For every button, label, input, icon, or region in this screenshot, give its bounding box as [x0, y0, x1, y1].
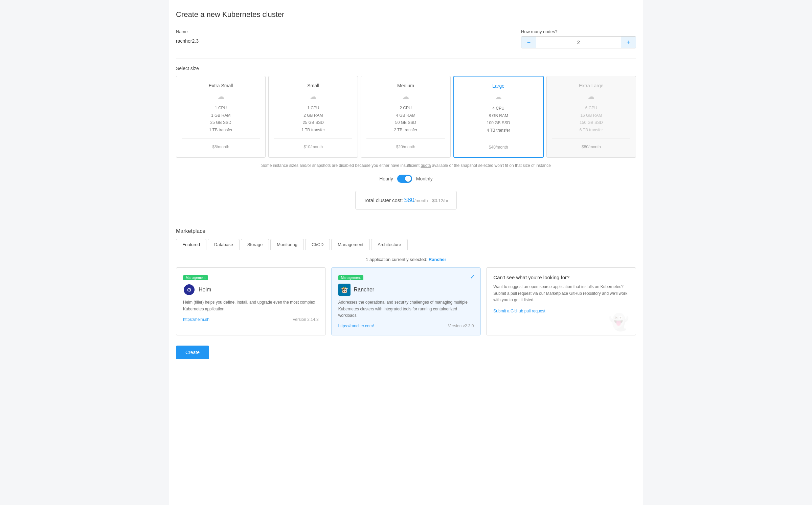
- helm-header: ⚙ Helm: [183, 284, 319, 296]
- size-section: Select size Extra Small ☁ 1 CPU 1 GB RAM…: [176, 66, 636, 220]
- helm-badge: Management: [183, 275, 208, 280]
- nodes-plus-button[interactable]: +: [621, 36, 636, 48]
- app-card-helm[interactable]: Management ⚙ Helm Helm (tiller) helps yo…: [176, 267, 326, 335]
- nodes-control: − 2 +: [521, 36, 636, 48]
- rancher-desc: Addresses the operational and security c…: [338, 299, 474, 319]
- cost-hourly: $0.12/hr: [432, 198, 448, 203]
- size-title-lg: Large: [459, 83, 538, 89]
- size-specs-lg: 4 CPU 8 GB RAM 100 GB SSD 4 TB transfer: [459, 105, 538, 134]
- cloud-icon-xl: ☁: [552, 92, 630, 101]
- size-card-lg[interactable]: Large ☁ 4 CPU 8 GB RAM 100 GB SSD 4 TB t…: [453, 76, 544, 158]
- cost-wrapper: Total cluster cost: $80/month $0.12/hr: [176, 191, 636, 220]
- size-price-sm: $10/month: [274, 142, 352, 150]
- helm-link[interactable]: https://helm.sh: [183, 317, 209, 322]
- cantfind-desc: Want to suggest an open source applicati…: [493, 284, 629, 303]
- cantfind-title: Can't see what you're looking for?: [493, 275, 629, 280]
- size-specs-md: 2 CPU 4 GB RAM 50 GB SSD 2 TB transfer: [366, 105, 445, 134]
- name-section: Name: [176, 29, 508, 48]
- toggle-knob: [405, 176, 411, 182]
- helm-name: Helm: [199, 287, 211, 293]
- cost-monthly-amount: $80/month: [404, 197, 430, 203]
- quota-note: Some instance sizes and/or snapshots are…: [176, 163, 636, 168]
- tab-monitoring[interactable]: Monitoring: [270, 239, 304, 250]
- rancher-footer: https://rancher.com/ Version v2.3.0: [338, 324, 474, 328]
- helm-desc: Helm (tiller) helps you define, install,…: [183, 299, 319, 312]
- nodes-section: How many nodes? − 2 +: [521, 29, 636, 48]
- size-title-md: Medium: [366, 83, 445, 88]
- helm-footer: https://helm.sh Version 2.14.3: [183, 317, 319, 322]
- nodes-minus-button[interactable]: −: [521, 36, 536, 48]
- page-title: Create a new Kubernetes cluster: [176, 10, 636, 19]
- billing-row: Hourly Monthly: [176, 175, 636, 183]
- size-section-label: Select size: [176, 66, 636, 71]
- tab-storage[interactable]: Storage: [241, 239, 269, 250]
- tab-bar: Featured Database Storage Monitoring CI/…: [176, 239, 636, 250]
- tab-featured[interactable]: Featured: [176, 239, 206, 250]
- top-divider: [176, 59, 636, 59]
- size-title-sm: Small: [274, 83, 352, 88]
- cantfind-link[interactable]: Submit a GitHub pull request: [493, 309, 545, 313]
- selected-app-banner: 1 application currently selected: Ranche…: [176, 257, 636, 262]
- size-specs-xl: 6 CPU 16 GB RAM 150 GB SSD 6 TB transfer: [552, 105, 630, 134]
- rancher-version: Version v2.3.0: [448, 324, 474, 328]
- name-input[interactable]: [176, 36, 508, 46]
- rancher-badge: Management: [338, 275, 363, 280]
- rancher-check-icon: ✓: [470, 273, 475, 281]
- rancher-name: Rancher: [354, 287, 374, 293]
- size-card-md[interactable]: Medium ☁ 2 CPU 4 GB RAM 50 GB SSD 2 TB t…: [361, 76, 450, 158]
- rancher-header: 🐮 Rancher: [338, 284, 474, 296]
- size-cards: Extra Small ☁ 1 CPU 1 GB RAM 25 GB SSD 1…: [176, 76, 636, 158]
- rancher-link[interactable]: https://rancher.com/: [338, 324, 374, 328]
- ghost-icon: 👻: [609, 313, 629, 332]
- cloud-icon-lg: ☁: [459, 93, 538, 101]
- size-price-xs: $5/month: [182, 142, 260, 150]
- svg-text:⚙: ⚙: [187, 287, 191, 293]
- top-row: Name How many nodes? − 2 +: [176, 29, 636, 48]
- hourly-label: Hourly: [379, 176, 393, 181]
- size-price-lg: $40/month: [459, 142, 538, 150]
- rancher-logo: 🐮: [338, 284, 351, 296]
- cost-box: Total cluster cost: $80/month $0.12/hr: [355, 191, 457, 210]
- size-price-md: $20/month: [366, 142, 445, 150]
- size-card-xl[interactable]: Extra Large ☁ 6 CPU 16 GB RAM 150 GB SSD…: [546, 76, 636, 158]
- marketplace-section: Marketplace Featured Database Storage Mo…: [176, 220, 636, 335]
- app-card-rancher[interactable]: Management ✓ 🐮 Rancher Addresses the ope…: [331, 267, 481, 335]
- tab-architecture[interactable]: Architecture: [371, 239, 407, 250]
- cost-label: Total cluster cost:: [364, 197, 403, 203]
- svg-text:🐮: 🐮: [341, 286, 348, 294]
- tab-cicd[interactable]: CI/CD: [305, 239, 330, 250]
- billing-toggle[interactable]: [397, 175, 412, 183]
- nodes-value: 2: [536, 40, 621, 45]
- app-cards: Management ⚙ Helm Helm (tiller) helps yo…: [176, 267, 636, 335]
- cantfind-card: Can't see what you're looking for? Want …: [486, 267, 636, 335]
- size-title-xl: Extra Large: [552, 83, 630, 88]
- cloud-icon-xs: ☁: [182, 92, 260, 101]
- quota-link[interactable]: quota: [421, 163, 431, 168]
- nodes-label: How many nodes?: [521, 29, 636, 34]
- helm-logo: ⚙: [183, 284, 195, 296]
- size-card-sm[interactable]: Small ☁ 1 CPU 2 GB RAM 25 GB SSD 1 TB tr…: [268, 76, 358, 158]
- marketplace-title: Marketplace: [176, 228, 636, 234]
- cloud-icon-sm: ☁: [274, 92, 352, 101]
- size-title-xs: Extra Small: [182, 83, 260, 88]
- cloud-icon-md: ☁: [366, 92, 445, 101]
- size-specs-xs: 1 CPU 1 GB RAM 25 GB SSD 1 TB transfer: [182, 105, 260, 134]
- size-price-xl: $80/month: [552, 142, 630, 150]
- name-label: Name: [176, 29, 508, 34]
- page-container: Create a new Kubernetes cluster Name How…: [169, 0, 643, 505]
- size-card-xs[interactable]: Extra Small ☁ 1 CPU 1 GB RAM 25 GB SSD 1…: [176, 76, 266, 158]
- create-button[interactable]: Create: [176, 346, 209, 359]
- tab-database[interactable]: Database: [208, 239, 240, 250]
- monthly-label: Monthly: [416, 176, 433, 181]
- tab-management[interactable]: Management: [331, 239, 370, 250]
- helm-version: Version 2.14.3: [293, 317, 319, 322]
- size-specs-sm: 1 CPU 2 GB RAM 25 GB SSD 1 TB transfer: [274, 105, 352, 134]
